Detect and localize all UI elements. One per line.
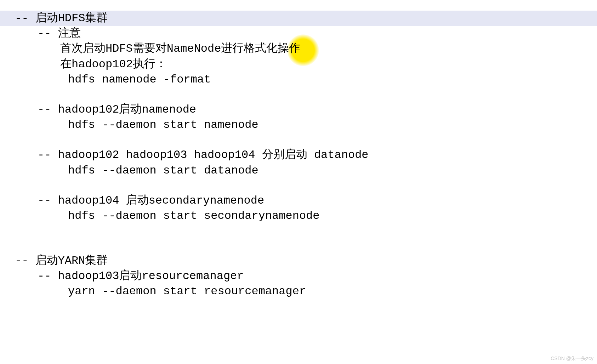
- document-body: -- 启动HDFS集群 -- 注意 首次启动HDFS需要对NameNode进行格…: [0, 0, 597, 299]
- blank-line: [0, 132, 597, 147]
- cmd-resourcemanager: yarn --daemon start resourcemanager: [0, 284, 597, 299]
- comment-secondary: -- hadoop104 启动secondarynamenode: [0, 193, 597, 208]
- cmd-format: hdfs namenode -format: [0, 72, 597, 87]
- comment-notice: -- 注意: [0, 26, 597, 41]
- cmd-secondary: hdfs --daemon start secondarynamenode: [0, 208, 597, 223]
- blank-line: [0, 238, 597, 253]
- blank-line: [0, 178, 597, 193]
- cmd-namenode: hdfs --daemon start namenode: [0, 117, 597, 132]
- comment-resourcemanager: -- hadoop103启动resourcemanager: [0, 268, 597, 284]
- comment-datanode: -- hadoop102 hadoop103 hadoop104 分别启动 da…: [0, 147, 597, 163]
- cmd-datanode: hdfs --daemon start datanode: [0, 163, 597, 178]
- text-exec-host: 在hadoop102执行：: [0, 57, 597, 72]
- text-first-start: 首次启动HDFS需要对NameNode进行格式化操作: [0, 41, 597, 56]
- heading-hdfs: -- 启动HDFS集群: [0, 11, 597, 26]
- comment-namenode: -- hadoop102启动namenode: [0, 102, 597, 117]
- blank-line: [0, 223, 597, 238]
- watermark-text: CSDN @朱一头zcy: [551, 355, 593, 362]
- blank-line: [0, 87, 597, 102]
- heading-yarn: -- 启动YARN集群: [0, 253, 597, 268]
